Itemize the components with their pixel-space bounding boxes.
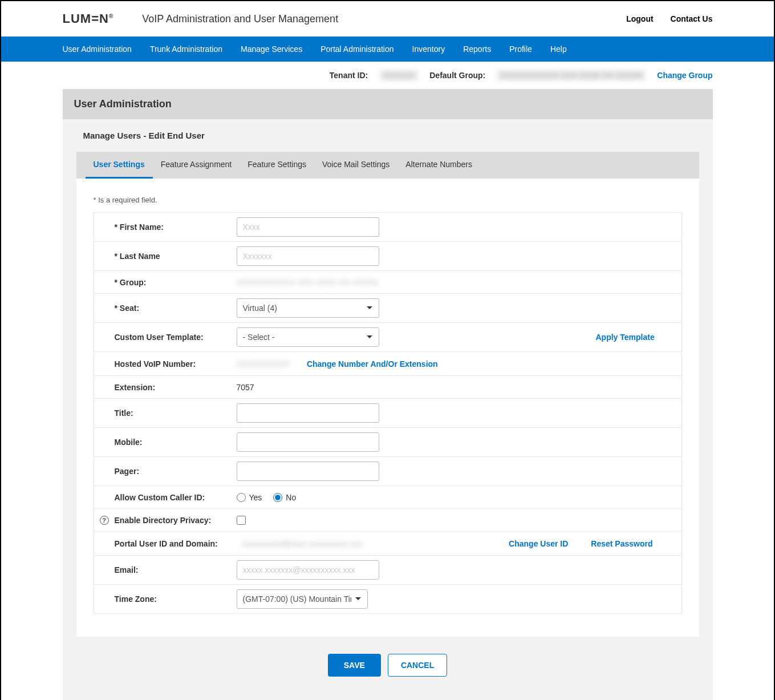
nav-profile[interactable]: Profile xyxy=(509,44,532,54)
enable-dir-privacy-label: Enable Directory Privacy: xyxy=(94,516,237,525)
tab-container: User Settings Feature Assignment Feature… xyxy=(76,152,699,637)
seat-label: * Seat: xyxy=(94,304,237,313)
email-label: Email: xyxy=(94,565,237,574)
allow-custom-cid-radio-group: Yes No xyxy=(237,493,297,502)
section-subtitle: Manage Users - Edit End User xyxy=(63,119,713,152)
logout-link[interactable]: Logout xyxy=(626,14,653,23)
contact-us-link[interactable]: Contact Us xyxy=(671,14,713,23)
main-nav: User Administration Trunk Administration… xyxy=(1,37,774,62)
content-wrap: User Administration Manage Users - Edit … xyxy=(63,89,713,700)
portal-uid-label: Portal User ID and Domain: xyxy=(94,539,242,548)
group-label: * Group: xyxy=(94,278,237,287)
tenant-info-row: Tenant ID: XXXXXX Default Group: XXXXXXX… xyxy=(63,62,713,89)
nav-reports[interactable]: Reports xyxy=(463,44,491,54)
email-input[interactable] xyxy=(237,560,379,580)
nav-help[interactable]: Help xyxy=(550,44,567,54)
app-header: LUM=N® VoIP Administration and User Mana… xyxy=(63,1,713,37)
timezone-select[interactable]: (GMT-07:00) (US) Mountain Time xyxy=(237,589,368,609)
title-label: Title: xyxy=(94,408,237,418)
custom-template-label: Custom User Template: xyxy=(94,333,237,342)
first-name-label: * First Name: xyxy=(94,222,237,232)
hosted-voip-value: XXXXXXXXXX xyxy=(237,359,290,369)
section-title: User Administration xyxy=(63,89,713,119)
cid-no-option[interactable]: No xyxy=(273,493,296,502)
help-icon[interactable]: ? xyxy=(100,516,109,525)
seat-select[interactable]: Virtual (4) xyxy=(237,298,379,318)
form-area: * Is a required field. * First Name: * L… xyxy=(76,179,699,637)
tab-feature-settings[interactable]: Feature Settings xyxy=(240,152,314,179)
pager-input[interactable] xyxy=(237,462,379,481)
nav-trunk-administration[interactable]: Trunk Administration xyxy=(150,44,222,54)
timezone-label: Time Zone: xyxy=(94,594,237,604)
mobile-input[interactable] xyxy=(237,432,379,452)
tenant-id-value: XXXXXX xyxy=(379,70,418,81)
allow-custom-cid-label: Allow Custom Caller ID: xyxy=(94,493,237,502)
nav-manage-services[interactable]: Manage Services xyxy=(241,44,302,54)
form-buttons: SAVE CANCEL xyxy=(63,637,713,682)
cancel-button[interactable]: CANCEL xyxy=(388,654,447,677)
lumen-logo: LUM=N® xyxy=(63,11,114,26)
required-note: * Is a required field. xyxy=(94,196,682,204)
extension-label: Extension: xyxy=(94,383,237,392)
tab-user-settings[interactable]: User Settings xyxy=(86,152,153,179)
apply-template-link[interactable]: Apply Template xyxy=(596,333,655,342)
change-user-id-link[interactable]: Change User ID xyxy=(509,539,568,548)
first-name-input[interactable] xyxy=(237,217,379,237)
mobile-label: Mobile: xyxy=(94,438,237,447)
nav-user-administration[interactable]: User Administration xyxy=(63,44,132,54)
default-group-value: XXXXXXXXXXX XXX XXXX XX XXXXX xyxy=(497,70,646,81)
custom-template-select[interactable]: - Select - xyxy=(237,327,379,347)
pager-label: Pager: xyxy=(94,467,237,476)
nav-portal-administration[interactable]: Portal Administration xyxy=(320,44,393,54)
cid-no-radio[interactable] xyxy=(273,493,282,502)
change-group-link[interactable]: Change Group xyxy=(657,71,712,80)
tenant-id-label: Tenant ID: xyxy=(330,71,368,80)
last-name-label: * Last Name xyxy=(94,252,237,261)
cid-yes-radio[interactable] xyxy=(237,493,246,502)
app-title: VoIP Administration and User Management xyxy=(142,13,626,25)
save-button[interactable]: SAVE xyxy=(328,654,381,677)
cid-yes-option[interactable]: Yes xyxy=(237,493,262,502)
nav-inventory[interactable]: Inventory xyxy=(412,44,445,54)
tab-alternate-numbers[interactable]: Alternate Numbers xyxy=(397,152,480,179)
hosted-voip-label: Hosted VoIP Number: xyxy=(94,359,237,369)
tab-voice-mail-settings[interactable]: Voice Mail Settings xyxy=(314,152,397,179)
enable-dir-privacy-checkbox[interactable] xyxy=(237,516,246,525)
portal-uid-value: xxxxxxxxxx@xxxx.xxxxxxxxxx.xxx xyxy=(242,539,374,548)
user-settings-form: * First Name: * Last Name * Group: XXXXX… xyxy=(94,212,682,614)
last-name-input[interactable] xyxy=(237,246,379,266)
default-group-label: Default Group: xyxy=(429,71,485,80)
change-number-link[interactable]: Change Number And/Or Extension xyxy=(307,359,438,369)
tab-feature-assignment[interactable]: Feature Assignment xyxy=(153,152,240,179)
title-input[interactable] xyxy=(237,403,379,423)
tabs-row: User Settings Feature Assignment Feature… xyxy=(76,152,699,179)
group-value: XXXXXXXXXXX XXX XXXX XX XXXXX xyxy=(237,278,379,287)
extension-value: 7057 xyxy=(237,383,254,392)
reset-password-link[interactable]: Reset Password xyxy=(591,539,652,548)
